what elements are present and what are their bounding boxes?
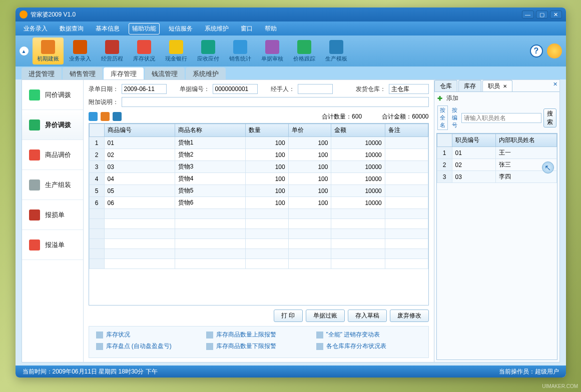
link-item[interactable]: 库存状况 <box>96 330 186 339</box>
cursor-badge-icon[interactable]: ↖ <box>542 162 554 174</box>
doc-label: 单据编号： <box>180 85 210 94</box>
col-header[interactable]: 职员编号 <box>452 134 495 147</box>
table-row[interactable] <box>89 249 428 259</box>
sidenav-icon <box>29 180 40 190</box>
menu-业务录入[interactable]: 业务录入 <box>21 24 51 34</box>
titlebar[interactable]: 管家婆2009 V1.0 — ▢ ✕ <box>16 8 566 22</box>
table-row[interactable]: 202货物210010010000 <box>89 149 428 161</box>
col-header[interactable]: 内部职员姓名 <box>495 134 556 147</box>
handler-input[interactable] <box>298 84 333 94</box>
date-input[interactable] <box>122 84 167 94</box>
tool-销售统计[interactable]: 销售统计 <box>225 38 256 64</box>
tab-钱流管理[interactable]: 钱流管理 <box>145 68 185 80</box>
action-单据过账[interactable]: 单据过账 <box>306 310 345 322</box>
menu-短信服务[interactable]: 短信服务 <box>166 24 196 34</box>
col-header[interactable]: 金额 <box>331 124 385 137</box>
tab-系统维护[interactable]: 系统维护 <box>186 68 226 80</box>
sidenav-同价调拨[interactable]: 同价调拨 <box>22 80 83 110</box>
person-icon[interactable] <box>113 112 122 121</box>
search-button[interactable]: 搜索 <box>543 108 556 128</box>
table-row[interactable]: 404货物410010010000 <box>89 173 428 185</box>
table-row[interactable] <box>89 209 428 219</box>
right-tab-职员[interactable]: 职员 ✕ <box>482 80 512 92</box>
table-row[interactable]: 101货物110010010000 <box>89 137 428 149</box>
table-row[interactable]: 303货物310010010000 <box>89 161 428 173</box>
table-row[interactable] <box>89 229 428 239</box>
grid-icon[interactable] <box>101 112 110 121</box>
col-header[interactable]: 商品编号 <box>104 124 175 137</box>
tool-现金银行[interactable]: 现金银行 <box>161 38 192 64</box>
tab-库存管理[interactable]: 库存管理 <box>104 68 144 80</box>
col-header[interactable]: 商品名称 <box>175 124 245 137</box>
menu-数据查询[interactable]: 数据查询 <box>57 24 87 34</box>
col-header[interactable]: 备注 <box>385 124 428 137</box>
link-item[interactable]: 各仓库库存分布状况表 <box>316 342 406 350</box>
table-row[interactable] <box>89 259 428 269</box>
gold-icon[interactable] <box>547 44 562 58</box>
tool-库存状况[interactable]: 库存状况 <box>129 38 160 64</box>
minimize-button[interactable]: — <box>522 10 534 18</box>
warehouse-label: 发货仓库： <box>356 85 386 94</box>
right-tab-库存[interactable]: 库存 <box>458 80 481 92</box>
tool-经营历程[interactable]: 经营历程 <box>97 38 128 64</box>
table-row[interactable]: 606货物610010010000 <box>89 197 428 209</box>
menu-窗口[interactable]: 窗口 <box>238 24 256 34</box>
link-item[interactable]: 库存商品数量下限报警 <box>206 342 296 350</box>
table-row[interactable] <box>89 239 428 249</box>
toolbar: 初期建账业务录入经营历程库存状况现金银行应收应付销售统计单据审核价格跟踪生产模板 <box>33 38 530 64</box>
tool-icon <box>137 40 151 54</box>
window-controls: — ▢ ✕ <box>522 10 562 18</box>
table-row[interactable] <box>89 219 428 229</box>
add-button[interactable]: ✚ 添加 <box>437 94 458 102</box>
tab-销售管理[interactable]: 销售管理 <box>63 68 103 80</box>
sidenav-异价调拨[interactable]: 异价调拨 <box>22 110 83 140</box>
search-input[interactable] <box>461 113 541 123</box>
search-by-fullname[interactable]: 按全名 <box>437 106 448 130</box>
menu-辅助功能[interactable]: 辅助功能 <box>129 23 160 34</box>
tool-价格跟踪[interactable]: 价格跟踪 <box>289 38 320 64</box>
menu-帮助[interactable]: 帮助 <box>262 24 280 34</box>
tool-业务录入[interactable]: 业务录入 <box>65 38 96 64</box>
table-row[interactable]: 202张三 <box>437 159 556 171</box>
tool-生产模板[interactable]: 生产模板 <box>321 38 352 64</box>
sidenav-商品调价[interactable]: 商品调价 <box>22 140 83 170</box>
tool-应收应付[interactable]: 应收应付 <box>193 38 224 64</box>
tab-进货管理[interactable]: 进货管理 <box>22 68 62 80</box>
action-打印[interactable]: 打 印 <box>274 310 302 322</box>
warehouse-input[interactable] <box>389 84 429 94</box>
link-item[interactable]: 库存商品数量上限报警 <box>206 330 296 339</box>
link-item[interactable]: "全能" 进销存变动表 <box>316 330 406 339</box>
tab-close-icon[interactable]: ✕ <box>503 84 507 89</box>
sidenav-报溢单[interactable]: 报溢单 <box>22 230 83 260</box>
building-icon[interactable] <box>89 112 98 121</box>
panel-close-icon[interactable]: ✕ <box>553 81 557 88</box>
toolbar-collapse-button[interactable]: ▲ <box>20 46 29 56</box>
help-icon[interactable]: ? <box>530 44 543 58</box>
action-存入草稿[interactable]: 存入草稿 <box>348 310 387 322</box>
doc-input[interactable] <box>213 84 258 94</box>
col-header[interactable]: 单价 <box>288 124 331 137</box>
tool-单据审核[interactable]: 单据审核 <box>257 38 288 64</box>
col-header[interactable]: 数量 <box>246 124 289 137</box>
menu-基本信息[interactable]: 基本信息 <box>93 24 123 34</box>
sidenav-label: 报溢单 <box>45 240 65 250</box>
action-废弃修改[interactable]: 废弃修改 <box>390 310 429 322</box>
menu-系统维护[interactable]: 系统维护 <box>202 24 232 34</box>
status-time: 当前时间：2009年06月11日 星期四 18时30分 下午 <box>23 368 158 376</box>
sidenav-报损单[interactable]: 报损单 <box>22 200 83 230</box>
table-row[interactable]: 303李四 <box>437 171 556 183</box>
right-tab-仓库[interactable]: 仓库 <box>434 80 457 92</box>
tool-初期建账[interactable]: 初期建账 <box>33 38 64 64</box>
close-button[interactable]: ✕ <box>550 10 562 18</box>
sidenav-生产组装[interactable]: 生产组装 <box>22 170 83 200</box>
goods-table[interactable]: 商品编号商品名称数量单价金额备注101货物110010010000202货物21… <box>89 123 429 306</box>
search-by-code[interactable]: 按编号 <box>450 106 459 130</box>
staff-table[interactable]: 职员编号内部职员姓名101王一202张三303李四 ↖ <box>436 133 557 360</box>
note-input[interactable] <box>122 97 429 107</box>
maximize-button[interactable]: ▢ <box>536 10 548 18</box>
link-item[interactable]: 库存盘点 (自动盘盈盘亏) <box>96 342 186 350</box>
window-title: 管家婆2009 V1.0 <box>31 10 522 19</box>
table-row[interactable]: 101王一 <box>437 147 556 159</box>
table-row[interactable]: 505货物510010010000 <box>89 185 428 197</box>
sidenav-label: 同价调拨 <box>45 90 71 100</box>
